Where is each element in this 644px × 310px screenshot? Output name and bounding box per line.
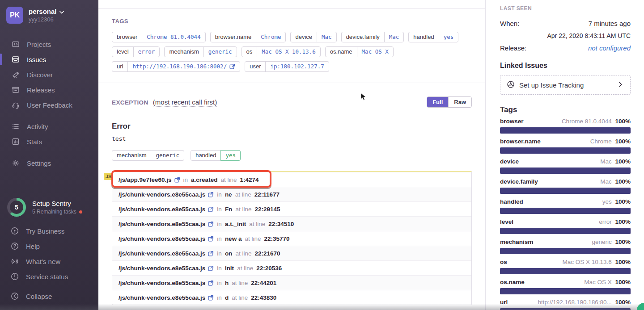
sidebar-item[interactable]: Activity xyxy=(0,119,98,134)
when-label: When: xyxy=(500,20,519,27)
stack-frame-row[interactable]: /js/chunk-vendors.e8e55caa.js in init at… xyxy=(112,260,471,275)
tag-pill[interactable]: mechanism generic xyxy=(164,46,237,57)
tag-distribution-value: generic xyxy=(592,239,611,245)
tag-distribution-item[interactable]: handled yes 100% xyxy=(500,198,631,214)
tag-distribution-item[interactable]: os Mac OS X 10.13.6 100% xyxy=(500,259,631,274)
collapse-button[interactable]: Collapse xyxy=(0,289,98,304)
stack-frame-row[interactable]: /js/chunk-vendors.e8e55caa.js in new a a… xyxy=(112,231,471,246)
sidebar-item[interactable]: Help xyxy=(0,239,98,254)
external-link-icon[interactable] xyxy=(208,265,214,271)
sidebar-item[interactable]: User Feedback xyxy=(0,97,98,113)
external-link-icon[interactable] xyxy=(208,221,214,227)
tag-distribution-bar xyxy=(500,147,631,154)
tags-distribution-title: Tags xyxy=(500,105,631,114)
release-value-link[interactable]: not configured xyxy=(588,44,631,52)
tag-distribution-item[interactable]: url http://192.168.190.186:80... 100% xyxy=(500,299,631,310)
org-name[interactable]: personal xyxy=(29,8,57,15)
tag-value[interactable]: ip:180.102.127.7 xyxy=(265,62,328,71)
chevron-right-icon xyxy=(617,81,624,89)
tag-value[interactable]: generic xyxy=(203,47,237,57)
stack-frame-row[interactable]: /js/chunk-vendors.e8e55caa.js in on at l… xyxy=(112,246,471,260)
sidebar-item[interactable]: Releases xyxy=(0,82,98,97)
tag-pill[interactable]: level error xyxy=(112,46,160,57)
discover-icon xyxy=(12,71,20,79)
tag-distribution-key: device xyxy=(500,158,519,165)
org-switcher[interactable]: PK personal yyy12306 xyxy=(6,5,98,25)
tag-distribution-key: device.family xyxy=(500,178,538,185)
frame-line-number: 22:35770 xyxy=(264,235,289,242)
tag-distribution-item[interactable]: os.name Mac OS X 100% xyxy=(500,279,631,294)
sidebar-item[interactable]: Stats xyxy=(0,134,98,149)
tag-pill[interactable]: handled yes xyxy=(408,32,458,42)
frame-at-line-label: at line xyxy=(232,294,248,301)
sidebar-item[interactable]: Try Business xyxy=(0,223,98,239)
tag-value[interactable]: Mac OS X 10.13.6 xyxy=(257,47,320,57)
tag-pill[interactable]: user ip:180.102.127.7 xyxy=(245,61,329,72)
setup-sentry-panel[interactable]: 5 Setup Sentry 5 Remaining tasks xyxy=(7,197,98,218)
external-link-icon[interactable] xyxy=(208,192,214,197)
tag-value[interactable]: http://192.168.190.186:8002/ xyxy=(127,62,240,71)
external-link-icon[interactable] xyxy=(208,236,214,242)
user-feedback-icon xyxy=(12,101,20,109)
tag-distribution-item[interactable]: mechanism generic 100% xyxy=(500,239,631,254)
sidebar-item[interactable]: Settings xyxy=(0,155,98,171)
sidebar-item[interactable]: What's new xyxy=(0,254,98,269)
tag-distribution-percent: 100% xyxy=(615,118,631,125)
tag-distribution-bar xyxy=(500,288,631,294)
external-link-icon[interactable] xyxy=(208,295,214,301)
tag-distribution-key: handled xyxy=(500,198,523,205)
when-relative[interactable]: 7 minutes ago xyxy=(589,20,631,28)
stack-frame-row[interactable]: /js/chunk-vendors.e8e55caa.js in a.t._in… xyxy=(112,216,471,231)
tag-pill[interactable]: device Mac xyxy=(290,32,336,42)
tag-distribution-percent: 100% xyxy=(615,299,631,306)
external-link-icon[interactable] xyxy=(208,251,214,256)
stack-frame-row[interactable]: /js/chunk-vendors.e8e55caa.js in Fn at l… xyxy=(112,201,471,216)
tag-pill[interactable]: url http://192.168.190.186:8002/ xyxy=(112,61,240,72)
sidebar-item[interactable]: Service status xyxy=(0,269,98,284)
tag-value[interactable]: Mac OS X xyxy=(357,47,393,57)
tag-value[interactable]: Chrome 81.0.4044 xyxy=(142,32,205,42)
tag-value[interactable]: Mac xyxy=(317,32,336,42)
annotation-key: mechanism xyxy=(112,151,151,160)
sidebar-item-label: Collapse xyxy=(26,293,52,300)
view-full-button[interactable]: Full xyxy=(427,97,448,107)
stack-frame-row[interactable]: /js/chunk-vendors.e8e55caa.js in h at li… xyxy=(112,275,471,290)
setup-sentry-title: Setup Sentry xyxy=(32,200,82,207)
tag-value[interactable]: Chrome xyxy=(256,32,285,42)
view-raw-button[interactable]: Raw xyxy=(448,97,471,107)
tag-distribution-item[interactable]: browser Chrome 81.0.4044 100% xyxy=(500,118,631,134)
external-link-icon[interactable] xyxy=(174,177,180,183)
tag-pill[interactable]: os.name Mac OS X xyxy=(325,46,394,57)
sidebar-item[interactable]: Projects xyxy=(0,37,98,52)
tag-pill[interactable]: browser.name Chrome xyxy=(210,32,286,42)
sidebar-item-label: Projects xyxy=(27,41,51,48)
tag-pill[interactable]: os Mac OS X 10.13.6 xyxy=(242,46,321,57)
tag-pill[interactable]: browser Chrome 81.0.4044 xyxy=(112,32,206,42)
view-toggle: Full Raw xyxy=(427,96,472,108)
tag-distribution-item[interactable]: device Mac 100% xyxy=(500,158,631,174)
stack-frame-row[interactable]: /js/chunk-vendors.e8e55caa.js in d at li… xyxy=(112,290,471,305)
external-link-icon[interactable] xyxy=(208,280,214,286)
annotation-value: generic xyxy=(151,151,184,160)
tag-value[interactable]: error xyxy=(133,47,160,57)
org-avatar[interactable]: PK xyxy=(6,7,23,24)
event-sidebar: LAST SEEN When: 7 minutes ago Apr 22, 20… xyxy=(485,0,644,310)
sidebar-item[interactable]: Issues xyxy=(0,52,98,67)
annotation-key: handled xyxy=(191,151,220,160)
external-link-icon[interactable] xyxy=(229,63,235,69)
tag-value[interactable]: yes xyxy=(439,32,458,42)
tag-value[interactable]: Mac xyxy=(384,32,404,42)
activity-icon xyxy=(12,122,20,130)
stack-frame-row[interactable]: /js/chunk-vendors.e8e55caa.js in ne at l… xyxy=(112,187,471,201)
sidebar-item-label: Activity xyxy=(27,123,48,130)
external-link-icon[interactable] xyxy=(208,206,214,212)
tag-distribution-item[interactable]: device.family Mac 100% xyxy=(500,178,631,194)
tag-distribution-item[interactable]: browser.name Chrome 100% xyxy=(500,138,631,154)
platform-badge-js: JS xyxy=(104,173,113,180)
setup-issue-tracking-button[interactable]: Set up Issue Tracking xyxy=(500,75,631,95)
tag-distribution-item[interactable]: level error 100% xyxy=(500,218,631,234)
stack-frame-row[interactable]: /js/app.9e7fee60.js in a.created at line… xyxy=(112,172,471,187)
sidebar-item[interactable]: Discover xyxy=(0,67,98,82)
tag-pill[interactable]: device.family Mac xyxy=(341,32,404,42)
sidebar-item-label: Issues xyxy=(27,56,46,63)
